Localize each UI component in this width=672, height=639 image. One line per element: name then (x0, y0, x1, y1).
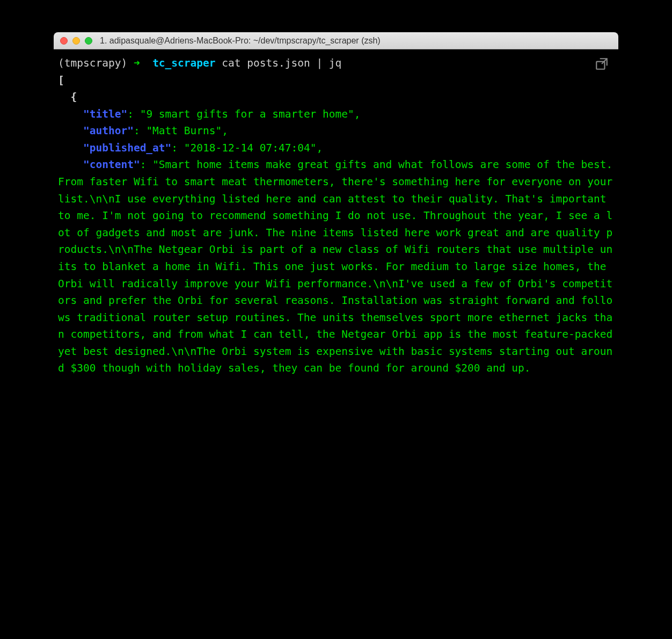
json-value-content: "Smart home items make great gifts and w… (58, 158, 618, 374)
json-key-title: "title" (83, 108, 127, 120)
json-key-content: "content" (83, 158, 140, 171)
terminal-body[interactable]: (tmpscrapy) ➜ tc_scraper cat posts.json … (54, 49, 618, 607)
json-colon: : (140, 158, 152, 171)
json-value-title: "9 smart gifts for a smarter home" (140, 108, 354, 120)
json-key-author: "author" (83, 125, 134, 137)
json-value-published: "2018-12-14 07:47:04" (184, 142, 317, 154)
close-button[interactable] (60, 37, 68, 45)
minimize-button[interactable] (72, 37, 80, 45)
json-value-author: "Matt Burns" (146, 125, 222, 137)
traffic-lights (60, 37, 92, 45)
json-comma: , (222, 125, 228, 137)
prompt-env: (tmpscrapy) (58, 57, 127, 69)
json-colon: : (171, 142, 184, 154)
prompt-arrow-icon: ➜ (134, 57, 140, 69)
json-object-open: { (70, 91, 77, 103)
prompt-directory: tc_scraper (152, 57, 215, 69)
json-colon: : (127, 108, 140, 120)
json-colon: : (134, 125, 146, 137)
json-array-open: [ (58, 74, 64, 86)
maximize-button[interactable] (85, 37, 92, 45)
json-comma: , (354, 108, 361, 120)
json-key-published: "published_at" (83, 142, 171, 154)
terminal-window: 1. adipasquale@Adriens-MacBook-Pro: ~/de… (54, 32, 618, 607)
share-icon[interactable] (595, 57, 609, 71)
window-titlebar[interactable]: 1. adipasquale@Adriens-MacBook-Pro: ~/de… (54, 32, 618, 49)
window-title: 1. adipasquale@Adriens-MacBook-Pro: ~/de… (100, 36, 381, 46)
terminal-output: (tmpscrapy) ➜ tc_scraper cat posts.json … (58, 55, 614, 377)
json-comma: , (316, 142, 323, 154)
prompt-command: cat posts.json | jq (222, 57, 341, 69)
